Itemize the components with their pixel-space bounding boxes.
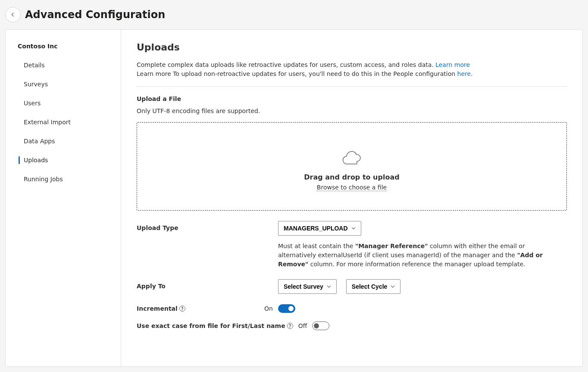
chevron-down-icon: [351, 226, 356, 230]
encoding-hint: Only UTF-8 encoding files are supported.: [137, 107, 567, 114]
sidebar-item-users[interactable]: Users: [6, 94, 121, 113]
sidebar-item-data-apps[interactable]: Data Apps: [6, 132, 121, 151]
sidebar-org-name: Contoso Inc: [6, 40, 121, 56]
upload-type-help: Must at least contain the "Manager Refer…: [278, 242, 554, 269]
upload-type-select[interactable]: MANAGERS_UPLOAD: [278, 221, 361, 236]
learn-more-link[interactable]: Learn more: [435, 61, 470, 68]
back-button[interactable]: [5, 7, 21, 22]
arrow-left-icon: [10, 12, 16, 18]
upload-type-value: MANAGERS_UPLOAD: [284, 225, 348, 232]
incremental-state: On: [264, 305, 273, 312]
sidebar-item-uploads[interactable]: Uploads: [6, 151, 121, 170]
chevron-down-icon: [327, 284, 331, 289]
upload-file-label: Upload a File: [137, 95, 567, 102]
help-icon[interactable]: ?: [179, 306, 185, 312]
intro-line1: Complete complex data uploads like retro…: [137, 61, 435, 68]
intro-line2: Learn more To upload non-retroactive upd…: [137, 70, 457, 77]
divider: [137, 86, 567, 87]
cloud-upload-icon: [341, 148, 362, 167]
chevron-down-icon: [391, 284, 395, 289]
sidebar-item-external-import[interactable]: External Import: [6, 113, 121, 132]
exact-case-label: Use exact case from file for First/Last …: [137, 322, 298, 329]
exact-case-toggle[interactable]: [312, 322, 329, 330]
main-heading: Uploads: [137, 42, 567, 53]
select-survey-value: Select Survey: [284, 283, 323, 290]
file-dropzone[interactable]: Drag and drop to upload Browse to choose…: [137, 122, 567, 211]
apply-to-label: Apply To: [137, 279, 278, 290]
select-survey[interactable]: Select Survey: [278, 279, 337, 294]
sidebar-item-details[interactable]: Details: [6, 56, 121, 75]
select-cycle-value: Select Cycle: [352, 283, 388, 290]
help-icon[interactable]: ?: [287, 323, 293, 329]
incremental-label: Incremental ?: [137, 305, 264, 312]
browse-file-link[interactable]: Browse to choose a file: [317, 184, 387, 191]
intro-text: Complete complex data uploads like retro…: [137, 60, 567, 79]
dropzone-title: Drag and drop to upload: [146, 173, 558, 181]
page-title: Advanced Configuration: [25, 9, 165, 21]
main-content: Uploads Complete complex data uploads li…: [121, 30, 582, 366]
sidebar-item-surveys[interactable]: Surveys: [6, 75, 121, 94]
exact-case-state: Off: [298, 322, 307, 329]
sidebar: Contoso Inc Details Surveys Users Extern…: [6, 30, 121, 366]
people-config-here-link[interactable]: here: [457, 70, 471, 77]
incremental-toggle[interactable]: [278, 304, 295, 313]
upload-type-label: Upload Type: [137, 221, 278, 231]
sidebar-item-running-jobs[interactable]: Running Jobs: [6, 170, 121, 189]
select-cycle[interactable]: Select Cycle: [346, 279, 401, 294]
